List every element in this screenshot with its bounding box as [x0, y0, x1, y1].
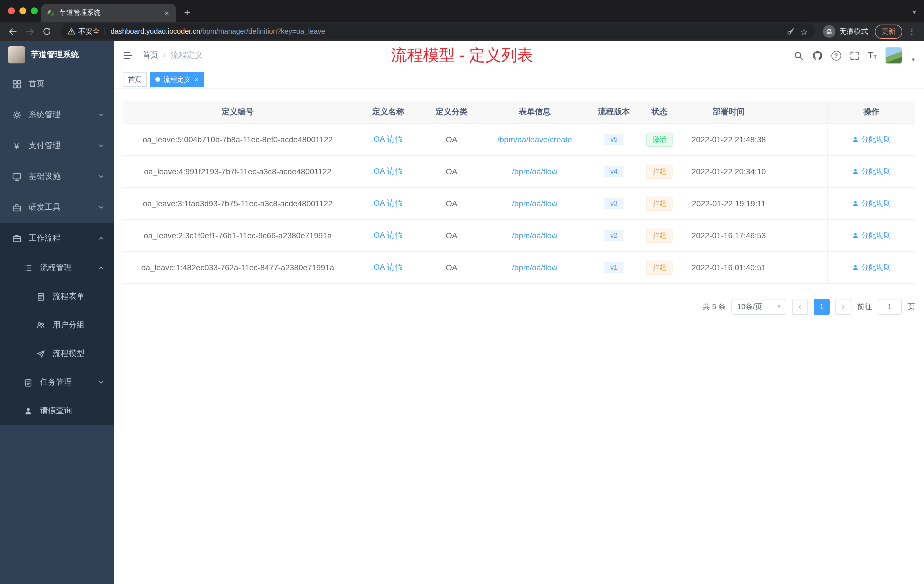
status-badge: 激活 [646, 132, 673, 147]
sidebar-item-process-model[interactable]: 流程模型 [0, 340, 114, 368]
user-avatar[interactable] [885, 47, 903, 64]
close-window-button[interactable] [8, 7, 15, 14]
tab-favicon-icon [47, 9, 55, 17]
chrome-update-button[interactable]: 更新 [875, 24, 902, 39]
column-header-filler [776, 101, 828, 124]
cell-id: oa_leave:5:004b710b-7b8a-11ec-8ef0-acde4… [123, 124, 353, 155]
breadcrumb-home[interactable]: 首页 [142, 50, 158, 61]
pagination: 共 5 条 10条/页 ▾ 1 前往 页 [123, 299, 915, 315]
definition-name-link[interactable]: OA 请假 [373, 262, 403, 271]
fullscreen-icon[interactable] [850, 51, 859, 60]
sidebar-item-payment[interactable]: ¥ 支付管理 [0, 130, 114, 161]
pagination-total: 共 5 条 [703, 302, 726, 312]
tab-title: 芋道管理系统 [59, 8, 159, 18]
cell-category: OA [424, 124, 479, 155]
incognito-icon [823, 25, 835, 38]
sidebar-item-infrastructure[interactable]: 基础设施 [0, 161, 114, 192]
page-number-button[interactable]: 1 [814, 299, 830, 315]
sidebar-item-leave-query[interactable]: 请假查询 [0, 397, 114, 425]
person-icon [852, 232, 859, 239]
breadcrumb-separator: / [163, 51, 166, 60]
jump-page-input[interactable] [878, 299, 902, 315]
sidebar-item-user-group[interactable]: 用户分组 [0, 311, 114, 340]
sidebar-item-process-form[interactable]: 流程表单 [0, 282, 114, 311]
list-icon [23, 264, 33, 272]
search-icon[interactable] [794, 51, 803, 60]
assign-rule-button[interactable]: 分配规则 [852, 198, 891, 209]
incognito-label: 无痕模式 [840, 26, 868, 36]
url-text[interactable]: dashboard.yudao.iocoder.cn/bpm/manager/d… [111, 27, 780, 35]
sidebar-item-system[interactable]: 系统管理 [0, 99, 114, 130]
breadcrumb-current: 流程定义 [171, 50, 203, 61]
paper-plane-icon [35, 350, 46, 358]
forward-button[interactable] [22, 23, 38, 40]
sidebar-item-label: 基础设施 [28, 172, 61, 182]
security-label[interactable]: 不安全 [78, 26, 100, 36]
chevron-down-icon [98, 379, 105, 386]
browser-menu-icon[interactable]: ⋮ [908, 27, 916, 36]
cell-category: OA [424, 251, 479, 284]
sidebar-item-task-management[interactable]: 任务管理 [0, 368, 114, 397]
cell-deploy-time: 2022-01-22 20:34:10 [681, 155, 776, 187]
definition-name-link[interactable]: OA 请假 [373, 230, 403, 239]
browser-tab[interactable]: 芋道管理系统 × [41, 4, 176, 22]
zoom-window-button[interactable] [31, 7, 38, 14]
definition-name-link[interactable]: OA 请假 [373, 134, 403, 144]
sidebar-item-label: 任务管理 [40, 377, 72, 388]
form-link[interactable]: /bpm/oa/flow [512, 231, 558, 240]
assign-rule-button[interactable]: 分配规则 [852, 230, 891, 241]
table-row: oa_leave:4:991f2193-7b7f-11ec-a3c8-acde4… [123, 155, 915, 187]
sidebar-item-workflow[interactable]: 工作流程 [0, 223, 114, 254]
key-icon[interactable] [786, 27, 795, 36]
tag-home[interactable]: 首页 [123, 72, 147, 87]
assign-rule-button[interactable]: 分配规则 [852, 134, 891, 145]
github-icon[interactable] [812, 50, 823, 61]
column-header-id: 定义编号 [123, 101, 353, 124]
bookmark-star-icon[interactable]: ☆ [800, 27, 808, 36]
next-page-button[interactable] [835, 299, 851, 315]
help-icon[interactable]: ? [831, 51, 841, 60]
sidebar-item-label: 系统管理 [28, 110, 61, 120]
page-content: 定义编号 定义名称 定义分类 表单信息 流程版本 状态 部署时间 操作 [114, 89, 924, 584]
tag-process-definition[interactable]: 流程定义 × [150, 72, 204, 87]
reload-button[interactable] [39, 23, 55, 40]
briefcase-icon [12, 233, 22, 243]
definition-name-link[interactable]: OA 请假 [373, 166, 403, 175]
cell-deploy-time: 2022-01-22 21:48:38 [681, 124, 776, 155]
sidebar-item-label: 首页 [28, 79, 45, 89]
column-header-time: 部署时间 [681, 101, 776, 124]
assign-rule-button[interactable]: 分配规则 [852, 166, 891, 177]
incognito-badge: 无痕模式 [823, 25, 868, 38]
sidebar-item-dev-tools[interactable]: 研发工具 [0, 192, 114, 223]
cell-category: OA [424, 187, 479, 219]
tab-search-chevron-icon[interactable]: ▾ [912, 8, 916, 16]
prev-page-button[interactable] [792, 299, 808, 315]
form-link[interactable]: /bpm/oa/flow [512, 167, 558, 176]
status-badge: 挂起 [646, 196, 673, 211]
font-size-icon[interactable]: TT [868, 51, 877, 60]
sidebar-logo[interactable]: 芋道管理系统 [0, 41, 114, 69]
cell-filler [776, 187, 828, 219]
tab-close-icon[interactable]: × [163, 8, 170, 17]
cell-id: oa_leave:2:3c1f0ef1-76b1-11ec-9c66-a2380… [123, 219, 353, 251]
assign-rule-button[interactable]: 分配规则 [852, 262, 891, 272]
sidebar-item-process-management[interactable]: 流程管理 [0, 254, 114, 282]
tab-strip: 芋道管理系统 × + ▾ [0, 0, 924, 22]
page-size-select[interactable]: 10条/页 ▾ [731, 299, 786, 315]
definition-name-link[interactable]: OA 请假 [373, 198, 403, 208]
minimize-window-button[interactable] [20, 7, 26, 14]
cell-filler [776, 251, 828, 284]
new-tab-button[interactable]: + [184, 7, 190, 18]
cell-category: OA [424, 155, 479, 187]
version-badge: v2 [605, 230, 623, 241]
sidebar-item-home[interactable]: 首页 [0, 69, 114, 99]
tag-close-icon[interactable]: × [194, 76, 198, 83]
back-button[interactable] [5, 23, 21, 40]
form-link[interactable]: /bpm/oa/flow [512, 199, 558, 208]
hamburger-icon[interactable] [123, 50, 133, 61]
address-bar[interactable]: 不安全 dashboard.yudao.iocoder.cn/bpm/manag… [61, 23, 815, 40]
avatar-caret-icon[interactable]: ▾ [912, 56, 915, 63]
form-link[interactable]: /bpm/oa/leave/create [497, 135, 572, 144]
form-link[interactable]: /bpm/oa/flow [512, 263, 558, 272]
version-badge: v3 [605, 198, 623, 209]
